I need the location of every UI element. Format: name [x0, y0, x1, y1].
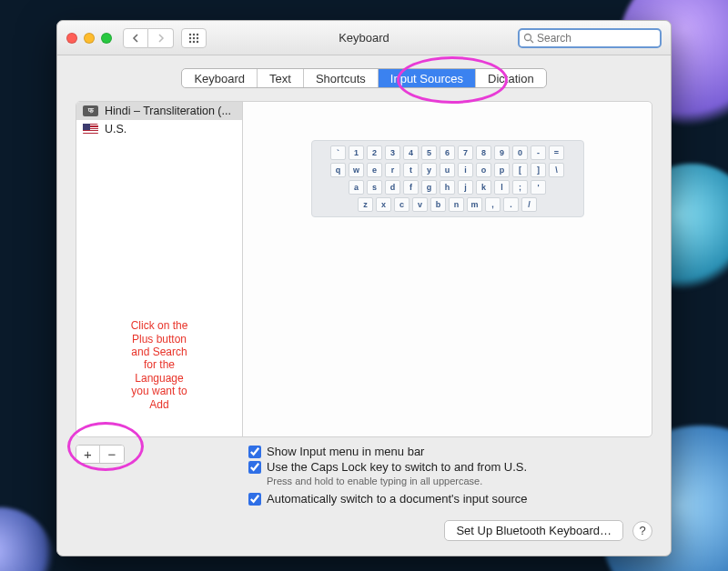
- key: ,: [485, 197, 500, 212]
- back-button[interactable]: [123, 28, 148, 48]
- tab-bar: KeyboardTextShortcutsInput SourcesDictat…: [181, 68, 546, 88]
- content-pane: फHindi – Transliteration (...U.S. Click …: [76, 101, 652, 437]
- close-icon[interactable]: [66, 33, 77, 44]
- keyboard-layout: `1234567890-=qwertyuiop[]\asdfghjkl;'zxc…: [311, 140, 584, 217]
- key: x: [376, 197, 391, 212]
- auto-switch-checkbox[interactable]: [248, 493, 261, 506]
- key: i: [458, 163, 473, 177]
- key: d: [385, 180, 400, 195]
- key: e: [367, 163, 382, 177]
- hindi-flag-icon: फ: [83, 105, 98, 116]
- tab-text[interactable]: Text: [258, 69, 304, 87]
- nav-buttons: [123, 28, 174, 48]
- key: ': [531, 180, 546, 195]
- remove-source-button[interactable]: −: [100, 446, 124, 463]
- bluetooth-keyboard-button[interactable]: Set Up Bluetooth Keyboard…: [444, 520, 623, 541]
- key: /: [521, 197, 537, 212]
- show-input-menu-checkbox[interactable]: [248, 446, 261, 458]
- key: f: [403, 180, 419, 195]
- source-item[interactable]: U.S.: [76, 120, 242, 138]
- svg-point-3: [189, 36, 191, 38]
- key: t: [403, 163, 419, 177]
- svg-point-8: [197, 40, 198, 42]
- tab-input-sources[interactable]: Input Sources: [379, 69, 476, 87]
- svg-point-1: [193, 33, 195, 35]
- key: 1: [349, 145, 364, 160]
- key: \: [549, 163, 564, 177]
- auto-switch-label: Automatically switch to a document's inp…: [267, 492, 527, 506]
- key: c: [394, 197, 410, 212]
- key: p: [494, 163, 510, 177]
- source-list: फHindi – Transliteration (...U.S. Click …: [76, 102, 243, 436]
- key: q: [330, 163, 346, 177]
- source-item[interactable]: फHindi – Transliteration (...: [76, 102, 242, 120]
- key: r: [385, 163, 400, 177]
- source-item-label: U.S.: [105, 123, 126, 135]
- key: 7: [458, 145, 473, 160]
- key: 3: [385, 145, 400, 160]
- svg-point-4: [193, 36, 195, 38]
- key: 9: [494, 145, 510, 160]
- svg-line-10: [531, 40, 533, 43]
- key: 8: [476, 145, 491, 160]
- key: .: [503, 197, 519, 212]
- tab-keyboard[interactable]: Keyboard: [182, 69, 258, 87]
- key: `: [330, 145, 346, 160]
- key: v: [412, 197, 428, 212]
- svg-point-6: [189, 40, 191, 42]
- keyboard-preview: `1234567890-=qwertyuiop[]\asdfghjkl;'zxc…: [243, 102, 652, 436]
- key: -: [531, 145, 546, 160]
- svg-point-5: [197, 36, 198, 38]
- key: z: [358, 197, 373, 212]
- caps-lock-switch-checkbox[interactable]: [248, 461, 261, 474]
- show-all-button[interactable]: [181, 28, 207, 48]
- add-remove-buttons: + −: [76, 445, 125, 464]
- forward-button[interactable]: [148, 28, 174, 48]
- key: 6: [440, 145, 455, 160]
- key: [: [512, 163, 528, 177]
- key: g: [421, 180, 437, 195]
- caps-lock-note: Press and hold to enable typing in all u…: [267, 476, 527, 486]
- key: b: [430, 197, 446, 212]
- key: 4: [403, 145, 419, 160]
- caps-lock-switch-label: Use the Caps Lock key to switch to and f…: [267, 460, 527, 474]
- key: w: [349, 163, 364, 177]
- minimize-icon[interactable]: [84, 33, 95, 44]
- chevron-left-icon: [132, 34, 139, 43]
- key: l: [494, 180, 510, 195]
- key: m: [467, 197, 482, 212]
- search-icon: [523, 33, 534, 44]
- show-input-menu-label: Show Input menu in menu bar: [267, 445, 424, 458]
- key: h: [440, 180, 455, 195]
- svg-point-2: [197, 33, 198, 35]
- key: n: [449, 197, 464, 212]
- window-controls: [66, 33, 112, 44]
- key: 5: [421, 145, 437, 160]
- key: k: [476, 180, 491, 195]
- tab-dictation[interactable]: Dictation: [476, 69, 546, 87]
- search-input[interactable]: [537, 32, 656, 45]
- key: =: [549, 145, 564, 160]
- preferences-window: Keyboard KeyboardTextShortcutsInput Sour…: [56, 20, 672, 556]
- key: s: [367, 180, 382, 195]
- svg-point-7: [193, 40, 195, 42]
- key: a: [349, 180, 364, 195]
- add-source-button[interactable]: +: [76, 446, 100, 463]
- annotation-text: Click on thePlus buttonand Searchfor the…: [87, 319, 231, 411]
- key: ]: [531, 163, 546, 177]
- key: u: [440, 163, 455, 177]
- tab-shortcuts[interactable]: Shortcuts: [304, 69, 379, 87]
- chevron-right-icon: [157, 34, 165, 43]
- grid-icon: [188, 33, 199, 44]
- key: y: [421, 163, 437, 177]
- svg-point-0: [189, 33, 191, 35]
- key: o: [476, 163, 491, 177]
- source-item-label: Hindi – Transliteration (...: [105, 105, 231, 117]
- help-button[interactable]: ?: [632, 521, 652, 541]
- zoom-icon[interactable]: [101, 33, 112, 44]
- titlebar: Keyboard: [57, 21, 671, 55]
- key: ;: [512, 180, 528, 195]
- search-field[interactable]: [518, 28, 662, 48]
- key: j: [458, 180, 473, 195]
- svg-point-9: [525, 34, 531, 40]
